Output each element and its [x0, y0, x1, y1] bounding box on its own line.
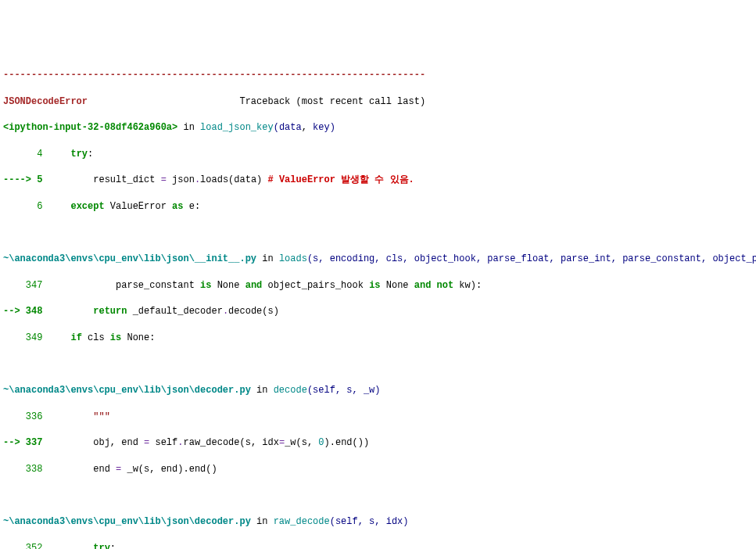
- separator: ----------------------------------------…: [3, 70, 425, 81]
- arrow: ----> 5: [3, 174, 42, 185]
- lineno: 4: [3, 149, 42, 160]
- frame-path: ~\anaconda3\envs\cpu_env\lib\json\__init…: [3, 253, 256, 264]
- frame-source: <ipython-input-32-08df462a960a>: [3, 122, 177, 133]
- error-name: JSONDecodeError: [3, 96, 88, 107]
- traceback-output: ----------------------------------------…: [3, 56, 753, 549]
- frame-func: load_json_key: [200, 122, 274, 133]
- comment: # ValueError 발생할 수 있음.: [268, 174, 414, 185]
- traceback-label: [88, 96, 239, 107]
